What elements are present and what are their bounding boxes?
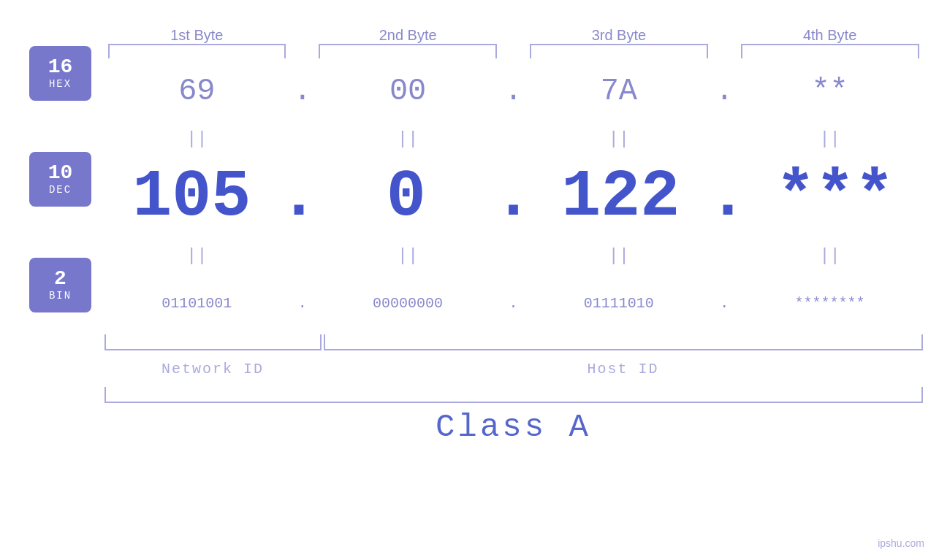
dec-value-2: 0	[387, 160, 426, 234]
byte-label-1: 1st Byte	[104, 27, 290, 44]
equals-symbol-2: ||	[398, 129, 419, 149]
dec-badge-num: 10	[48, 162, 73, 185]
bin-values-row: 01101001 . 00000000 . 01111010 .	[104, 274, 923, 332]
dec-badge: 10 DEC	[29, 152, 91, 207]
dec-val-cell-3: 122	[533, 164, 708, 230]
hex-value-2: 00	[389, 74, 426, 109]
hex-value-4: **	[811, 74, 848, 109]
hex-dot-text-1: .	[293, 74, 311, 109]
bin-dot-text-2: .	[509, 295, 517, 312]
eq-row-1: || || || ||	[104, 120, 923, 157]
equals-symbol-8: ||	[819, 246, 840, 266]
bin-badge-label: BIN	[49, 290, 72, 302]
hex-dot-2: .	[501, 74, 526, 109]
hex-value-1: 69	[178, 74, 215, 109]
bin-val-2: 00000000	[315, 295, 501, 312]
top-bracket-seg-1	[108, 44, 286, 58]
eq-2-4: ||	[737, 246, 923, 266]
top-bracket-seg-2	[319, 44, 497, 58]
bin-value-4: ********	[795, 295, 865, 312]
equals-symbol-6: ||	[398, 246, 419, 266]
dec-val-cell-4: ***	[748, 164, 922, 230]
byte-label-2: 2nd Byte	[315, 27, 501, 44]
bin-dot-3: .	[712, 295, 737, 312]
top-bracket-seg-4	[741, 44, 919, 58]
hex-val-1: 69	[104, 74, 290, 109]
bin-dot-2: .	[501, 295, 526, 312]
bin-value-2: 00000000	[373, 295, 443, 312]
eq-1-1: ||	[104, 129, 290, 149]
equals-symbol-7: ||	[608, 246, 629, 266]
dec-value-4: ***	[776, 160, 894, 234]
bin-val-1: 01101001	[104, 295, 290, 312]
equals-symbol-3: ||	[608, 129, 629, 149]
data-grid: 1st Byte 2nd Byte 3rd Byte 4th Byte	[104, 15, 923, 445]
hex-val-3: 7A	[526, 74, 712, 109]
dec-dot-cell-2: .	[493, 164, 533, 230]
bin-dot-1: .	[289, 295, 315, 312]
dec-value-1: 105	[132, 160, 251, 234]
byte-label-4: 4th Byte	[737, 27, 923, 44]
eq-2-2: ||	[315, 246, 501, 266]
byte-header: 1st Byte 2nd Byte 3rd Byte 4th Byte	[104, 15, 923, 44]
host-id-label: Host ID	[324, 361, 923, 377]
hex-values-row: 69 . 00 . 7A . **	[104, 62, 923, 120]
equals-symbol-4: ||	[819, 129, 840, 149]
top-bracket	[104, 44, 923, 58]
eq-1-4: ||	[737, 129, 923, 149]
eq-2-1: ||	[104, 246, 290, 266]
hex-dot-text-3: .	[715, 74, 734, 109]
hex-dot-3: .	[712, 74, 737, 109]
bin-badge: 2 BIN	[29, 258, 91, 312]
eq-1-3: ||	[526, 129, 712, 149]
class-label: Class A	[104, 409, 923, 445]
hex-badge-num: 16	[48, 56, 73, 79]
network-id-bracket	[104, 334, 322, 350]
eq-row-2: || || || ||	[104, 237, 923, 274]
bin-val-4: ********	[737, 295, 923, 312]
hex-val-2: 00	[315, 74, 501, 109]
hex-dot-1: .	[289, 74, 315, 109]
bin-dot-text-1: .	[298, 295, 307, 312]
dec-val-cell-2: 0	[319, 164, 493, 230]
eq-1-2: ||	[315, 129, 501, 149]
top-bracket-seg-3	[530, 44, 708, 58]
dec-badge-label: DEC	[49, 184, 72, 196]
hex-dot-text-2: .	[504, 74, 522, 109]
bin-dot-text-3: .	[720, 295, 729, 312]
bin-value-3: 01111010	[584, 295, 654, 312]
dec-dot-cell-1: .	[279, 164, 319, 230]
base-labels: 16 HEX 10 DEC 2 BIN	[17, 15, 104, 445]
byte-label-3: 3rd Byte	[526, 27, 712, 44]
host-id-bracket	[324, 334, 923, 350]
dec-value-3: 122	[561, 160, 680, 234]
hex-value-3: 7A	[601, 74, 637, 109]
dec-dot-cell-3: .	[708, 164, 748, 230]
bin-value-1: 01101001	[161, 295, 232, 312]
equals-symbol-1: ||	[186, 129, 208, 149]
bin-val-3: 01111010	[526, 295, 712, 312]
hex-badge-label: HEX	[49, 78, 72, 90]
class-bracket	[104, 387, 923, 403]
equals-symbol-5: ||	[186, 246, 208, 266]
dec-values-row: 105 . 0 . 122 . ***	[104, 157, 923, 237]
network-id-label: Network ID	[104, 361, 322, 377]
hex-badge: 16 HEX	[29, 46, 91, 101]
watermark: ipshu.com	[878, 537, 924, 549]
dec-val-cell-1: 105	[104, 164, 279, 230]
hex-val-4: **	[737, 74, 923, 109]
bin-badge-num: 2	[54, 268, 66, 291]
eq-2-3: ||	[526, 246, 712, 266]
bottom-bracket-row	[104, 334, 923, 350]
id-labels-row: Network ID Host ID	[104, 354, 923, 383]
